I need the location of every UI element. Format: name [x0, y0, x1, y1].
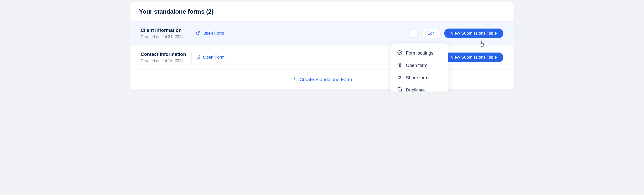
form-created: Created on Jul 18, 2024 [141, 59, 186, 63]
svg-line-4 [198, 55, 200, 57]
dropdown-label: Duplicate [406, 88, 425, 91]
dropdown-label: Share form [406, 75, 428, 81]
plus-icon [292, 77, 297, 82]
forms-card: Your standalone forms (2) Client Informa… [131, 2, 513, 89]
gear-icon [397, 50, 402, 56]
external-link-icon [196, 31, 200, 36]
header: Your standalone forms (2) [131, 2, 513, 21]
open-form-label: Open Form [203, 55, 225, 60]
row-actions: View Submissions Table [444, 53, 503, 62]
eye-icon [397, 62, 402, 69]
dropdown-item-open[interactable]: Open form [391, 59, 448, 72]
svg-point-7 [399, 52, 401, 53]
svg-rect-9 [399, 89, 402, 91]
dropdown-item-duplicate[interactable]: Duplicate [391, 84, 448, 91]
more-horizontal-icon [411, 31, 415, 36]
form-actions-dropdown: Form settings Open form Share form [391, 43, 448, 91]
copy-icon [397, 87, 402, 91]
form-meta: Contact Information Created on Jul 18, 2… [141, 52, 191, 63]
form-row: Contact Information Created on Jul 18, 2… [131, 45, 513, 69]
create-form-label: Create Standalone Form [300, 77, 352, 82]
dropdown-label: Open form [406, 63, 427, 68]
form-title: Contact Information [141, 52, 186, 57]
form-info: Client Information Created on Jul 21, 20… [141, 28, 409, 39]
svg-line-0 [198, 31, 200, 33]
dropdown-item-settings[interactable]: Form settings [391, 47, 448, 59]
form-row: Client Information Created on Jul 21, 20… [131, 21, 513, 45]
external-link-icon [197, 55, 201, 60]
edit-button[interactable]: Edit [421, 29, 441, 38]
svg-point-3 [414, 33, 415, 33]
form-title: Client Information [141, 28, 186, 33]
view-submissions-button[interactable]: View Submissions Table [444, 29, 503, 38]
svg-point-8 [399, 64, 401, 66]
dropdown-item-share[interactable]: Share form [391, 72, 448, 84]
open-form-label: Open Form [203, 31, 224, 36]
share-icon [397, 75, 402, 81]
open-form-link[interactable]: Open Form [197, 55, 225, 60]
create-form-button[interactable]: Create Standalone Form [131, 69, 513, 89]
open-form-link[interactable]: Open Form [196, 31, 224, 36]
form-meta: Client Information Created on Jul 21, 20… [141, 28, 191, 39]
svg-point-2 [413, 33, 414, 33]
row-actions: Edit View Submissions Table [409, 29, 503, 38]
more-button[interactable] [409, 29, 418, 38]
svg-point-1 [412, 33, 412, 33]
form-created: Created on Jul 21, 2024 [141, 35, 186, 39]
view-submissions-button[interactable]: View Submissions Table [444, 53, 503, 62]
page-title: Your standalone forms (2) [139, 8, 503, 15]
dropdown-label: Form settings [406, 51, 433, 56]
